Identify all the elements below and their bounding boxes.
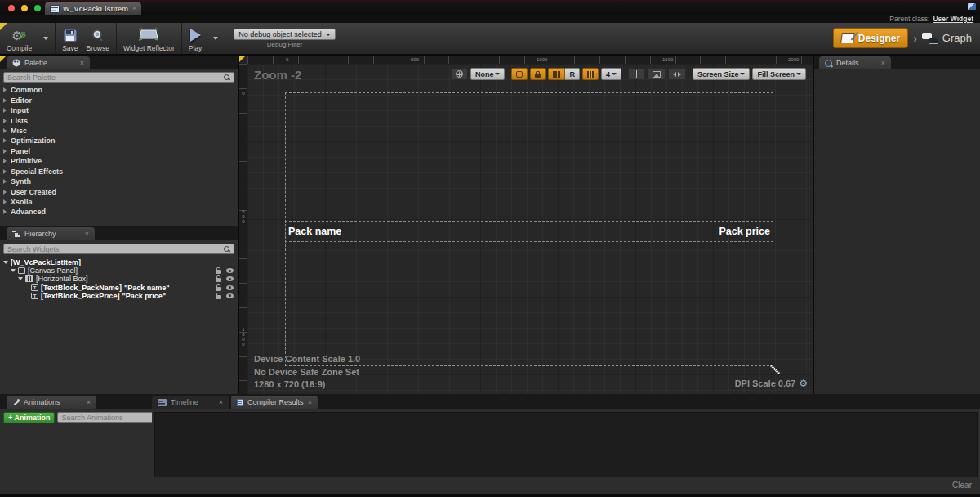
designer-mode-button[interactable]: Designer [833,28,908,48]
browse-button[interactable]: Browse [87,25,109,52]
tree-row-root[interactable]: [W_VcPackListItem] [0,258,238,266]
close-window-button[interactable] [8,5,15,11]
compile-button[interactable]: ⚙ ⚙ ✓ Compile [7,25,32,52]
expander-icon[interactable] [3,119,7,123]
hierarchy-search[interactable] [3,244,234,254]
palette-category-advanced[interactable]: Advanced [0,207,238,217]
mirror-preview-button[interactable] [668,68,686,80]
visibility-icon[interactable] [226,285,234,290]
tab-close-icon[interactable]: × [80,60,84,67]
expander-icon[interactable] [11,269,16,272]
minimize-window-button[interactable] [21,5,28,11]
expander-icon[interactable] [3,108,7,113]
snap-grid-toggle-button[interactable] [582,68,599,80]
lock-icon[interactable] [216,278,221,282]
tab-compiler-results[interactable]: Compiler Results × [231,396,318,409]
asset-tab[interactable]: W_VcPackListItem × [45,2,141,16]
grid-size-dropdown[interactable]: 4 [601,68,621,80]
palette-category-common[interactable]: Common [0,85,238,95]
design-canvas[interactable]: Zoom -2 None R 4 Screen Size Fi [247,64,813,394]
preview-background-button[interactable] [648,68,666,80]
lock-icon[interactable] [216,287,221,291]
play-options-dropdown-icon[interactable] [213,37,218,40]
graph-mode-button[interactable]: Graph [922,32,972,44]
expander-icon[interactable] [18,277,23,280]
expander-icon[interactable] [3,209,7,214]
add-animation-button[interactable]: + Animation [3,412,55,423]
palette-search-input[interactable] [7,74,220,82]
palette-category-user-created[interactable]: User Created [0,186,238,196]
tree-row-textblock-packname[interactable]: T [TextBlock_PackName] "Pack name" [0,284,238,292]
tab-palette[interactable]: Palette × [7,56,90,69]
tab-hierarchy[interactable]: Hierarchy × [7,227,95,240]
palette-category-xsolla[interactable]: Xsolla [0,197,238,207]
palette-category-input[interactable]: Input [0,105,238,115]
transform-mode-button[interactable] [628,68,645,80]
expander-icon[interactable] [3,159,7,163]
compiler-log-area[interactable] [154,412,978,477]
parent-class-link[interactable]: User Widget [933,15,973,23]
visibility-icon[interactable] [226,293,234,298]
resize-handle-icon[interactable] [768,363,782,376]
flag-dropdown[interactable]: None [470,68,506,80]
tree-row-horizontal-box[interactable]: [Horizontal Box] [0,275,238,283]
expander-icon[interactable] [3,199,7,204]
palette-category-editor[interactable]: Editor [0,95,238,105]
horizontal-box-selection[interactable]: Pack name Pack price [285,221,773,242]
tab-timeline[interactable]: Timeline × [152,396,229,409]
tab-close-icon[interactable]: × [87,399,91,406]
expander-icon[interactable] [3,179,7,184]
save-button[interactable]: Save [62,25,78,52]
palette-category-optimization[interactable]: Optimization [0,136,238,146]
expander-icon[interactable] [3,128,7,133]
expander-icon[interactable] [3,169,7,174]
zoom-window-button[interactable] [34,5,41,11]
visibility-icon[interactable] [226,268,234,273]
tab-close-icon[interactable]: × [219,399,223,406]
widget-reflector-button[interactable]: Widget Reflector [123,25,175,52]
palette-category-primitive[interactable]: Primitive [0,156,238,166]
compiler-results-icon [237,399,243,406]
lock-icon[interactable] [216,295,221,299]
hierarchy-search-input[interactable] [7,245,220,253]
compile-options-dropdown-icon[interactable] [43,37,48,40]
grid-snap-button[interactable] [548,68,565,80]
expander-icon[interactable] [3,138,7,143]
clear-log-button[interactable]: Clear [952,481,972,490]
expander-icon[interactable] [3,87,7,92]
lock-icon[interactable] [216,270,221,274]
tab-close-icon[interactable]: × [308,399,312,406]
palette-category-panel[interactable]: Panel [0,146,238,156]
animations-search-input[interactable] [61,414,157,422]
palette-search[interactable] [3,72,234,83]
resolution-label: 1280 x 720 (16:9) [254,378,360,392]
pack-name-textblock[interactable]: Pack name [288,226,341,237]
tab-details[interactable]: Details × [819,56,891,69]
palette-category-misc[interactable]: Misc [0,126,238,136]
debug-object-dropdown[interactable]: No debug object selected [234,29,336,40]
dpi-settings-gear-icon[interactable]: ⚙ [799,378,808,388]
tab-close-icon[interactable]: × [85,231,89,238]
fill-screen-dropdown[interactable]: Fill Screen [752,68,806,80]
tree-row-textblock-packprice[interactable]: T [TextBlock_PackPrice] "Pack price" [0,292,238,300]
anchor-toggle-button[interactable] [511,68,528,80]
expander-icon[interactable] [3,98,7,103]
rotation-mode-button[interactable]: R [565,68,580,80]
tree-row-canvas-panel[interactable]: [Canvas Panel] [0,266,238,275]
screen-size-dropdown[interactable]: Screen Size [693,68,751,80]
palette-category-special-effects[interactable]: Special Effects [0,167,238,177]
expander-icon[interactable] [3,149,7,154]
debug-filter-label: Debug Filter [267,41,303,48]
localization-preview-button[interactable] [451,68,468,80]
expander-icon[interactable] [3,261,8,264]
palette-category-synth[interactable]: Synth [0,177,238,186]
visibility-icon[interactable] [226,276,234,281]
play-button[interactable]: Play [189,25,203,52]
palette-category-lists[interactable]: Lists [0,115,238,125]
pack-price-textblock[interactable]: Pack price [719,226,770,237]
lock-widget-button[interactable] [530,68,546,80]
tab-animations[interactable]: Animations × [7,396,96,409]
expander-icon[interactable] [3,190,7,195]
tab-close-icon[interactable]: × [881,60,885,67]
asset-tab-close-icon[interactable]: × [132,5,136,12]
